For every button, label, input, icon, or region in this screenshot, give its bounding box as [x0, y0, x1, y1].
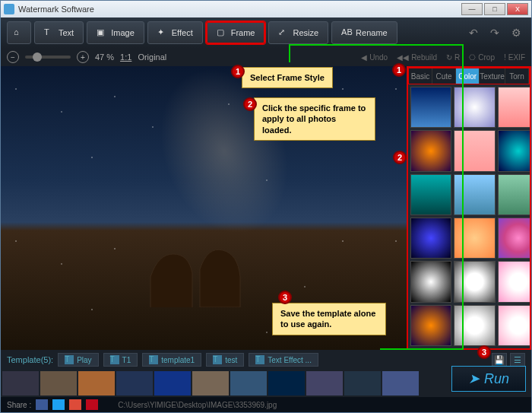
- exif-action[interactable]: !EXIF: [504, 53, 525, 62]
- rename-label: Rename: [356, 28, 388, 37]
- strip-thumb[interactable]: [116, 371, 153, 396]
- strip-thumb[interactable]: [2, 371, 39, 396]
- effect-icon: ✦: [157, 27, 168, 38]
- strip-thumb[interactable]: [192, 371, 229, 396]
- frame-thumb[interactable]: [454, 130, 495, 171]
- save-template-button[interactable]: 💾: [492, 353, 507, 367]
- frame-thumb[interactable]: [498, 305, 530, 346]
- badge-2b: 2: [393, 151, 407, 164]
- zoom-in-button[interactable]: +: [77, 51, 89, 63]
- titlebar: Watermark Software — □ X: [1, 1, 531, 17]
- pinterest-icon[interactable]: [86, 399, 98, 410]
- frame-thumb[interactable]: [498, 87, 530, 128]
- badge-1b: 1: [392, 63, 406, 77]
- frame-thumb[interactable]: [454, 261, 495, 302]
- crop-action[interactable]: ⎔Crop: [469, 53, 495, 62]
- rotate-action[interactable]: ↻R: [446, 53, 460, 62]
- zoom-bar: − + 47 % 1:1 Original ◀Undo ◀◀Rebuild ↻R…: [1, 48, 531, 66]
- strip-thumb[interactable]: [78, 371, 115, 396]
- strip-thumb[interactable]: [230, 371, 267, 396]
- template-item[interactable]: TText Effect ...: [249, 353, 318, 367]
- frame-thumb[interactable]: [410, 174, 451, 215]
- minimize-button[interactable]: —: [461, 3, 483, 15]
- facebook-icon[interactable]: [36, 399, 48, 410]
- frame-thumb[interactable]: [410, 87, 451, 128]
- badge-3b: 3: [477, 345, 491, 359]
- strip-thumb[interactable]: [40, 371, 77, 396]
- rename-icon: AB: [341, 27, 352, 38]
- strip-thumb[interactable]: [154, 371, 191, 396]
- callout-1: Select Frame Style: [242, 67, 333, 88]
- text-icon: T: [44, 27, 55, 38]
- zoom-slider[interactable]: [25, 56, 71, 59]
- tab-cute[interactable]: Cute: [432, 68, 456, 84]
- tab-color[interactable]: Color: [456, 68, 480, 84]
- resize-button[interactable]: ⤢Resize: [268, 21, 328, 44]
- resize-icon: ⤢: [278, 27, 289, 38]
- strip-thumb[interactable]: [344, 371, 381, 396]
- undo-util-button[interactable]: ↶: [464, 24, 483, 42]
- effect-button[interactable]: ✦Effect: [147, 21, 203, 44]
- strip-thumb[interactable]: [268, 371, 305, 396]
- frame-grid: [408, 84, 530, 348]
- google-plus-icon[interactable]: [69, 399, 81, 410]
- tab-basic[interactable]: Basic: [409, 68, 432, 84]
- template-item[interactable]: TT1: [103, 353, 138, 367]
- image-button[interactable]: ▣Image: [87, 21, 144, 44]
- settings-button[interactable]: ⚙: [507, 24, 525, 42]
- redo-util-button[interactable]: ↷: [486, 24, 504, 42]
- callout-2: Click the specific frame to apply to all…: [254, 97, 375, 141]
- image-icon: ▣: [97, 27, 107, 38]
- home-button[interactable]: ⌂: [7, 21, 31, 44]
- strip-thumb[interactable]: [306, 371, 343, 396]
- template-label: Template(5):: [7, 355, 53, 364]
- tab-texture[interactable]: Texture: [480, 68, 505, 84]
- callout-3: Save the template alone to use again.: [272, 303, 386, 335]
- frame-thumb[interactable]: [498, 218, 530, 259]
- rebuild-action[interactable]: ◀◀Rebuild: [397, 53, 437, 62]
- frame-thumb[interactable]: [454, 174, 495, 215]
- frame-thumb[interactable]: [410, 218, 451, 259]
- zoom-percent: 47 %: [95, 52, 114, 62]
- frame-thumb[interactable]: [410, 261, 451, 302]
- frame-thumb[interactable]: [454, 218, 495, 259]
- text-button[interactable]: TText: [34, 21, 84, 44]
- frame-thumb[interactable]: [498, 261, 530, 302]
- effect-label: Effect: [172, 28, 193, 37]
- twitter-icon[interactable]: [52, 399, 65, 410]
- frame-tabs: BasicCuteColorTextureTorn: [408, 68, 530, 84]
- frame-button[interactable]: ▢Frame: [206, 21, 266, 44]
- tab-torn[interactable]: Torn: [505, 68, 529, 84]
- manage-template-button[interactable]: ☰: [510, 353, 525, 367]
- strip-thumb[interactable]: [382, 371, 419, 396]
- frame-thumb[interactable]: [498, 174, 530, 215]
- window-title: Watermark Software: [18, 5, 94, 14]
- zoom-original[interactable]: Original: [138, 52, 166, 62]
- run-icon: ➤: [468, 370, 480, 387]
- frame-thumb[interactable]: [410, 130, 451, 171]
- close-button[interactable]: X: [507, 3, 528, 15]
- frame-thumb[interactable]: [410, 305, 451, 346]
- rename-button[interactable]: ABRename: [331, 21, 397, 44]
- resize-label: Resize: [293, 28, 318, 37]
- run-button[interactable]: ➤ Run: [451, 366, 526, 392]
- frame-thumb[interactable]: [454, 305, 495, 346]
- run-label: Run: [484, 371, 509, 387]
- frame-thumb[interactable]: [498, 130, 530, 171]
- frame-label: Frame: [231, 28, 255, 37]
- template-item[interactable]: Ttest: [206, 353, 244, 367]
- template-item[interactable]: Ttemplate1: [142, 353, 201, 367]
- frame-thumb[interactable]: [454, 87, 495, 128]
- frame-panel: BasicCuteColorTextureTorn: [407, 66, 531, 350]
- undo-action[interactable]: ◀Undo: [361, 53, 388, 62]
- template-item[interactable]: TPlay: [58, 353, 98, 367]
- frame-icon: ▢: [217, 27, 227, 38]
- file-path: C:\Users\YIMIGE\Desktop\IMAGE\3353969.jp…: [118, 401, 277, 409]
- badge-1a: 1: [231, 65, 245, 78]
- text-label: Text: [59, 28, 74, 37]
- maximize-button[interactable]: □: [484, 3, 505, 15]
- share-label: Share :: [7, 401, 31, 409]
- zoom-ratio[interactable]: 1:1: [120, 52, 131, 62]
- zoom-out-button[interactable]: −: [7, 51, 19, 63]
- share-bar: Share : C:\Users\YIMIGE\Desktop\IMAGE\33…: [1, 397, 531, 412]
